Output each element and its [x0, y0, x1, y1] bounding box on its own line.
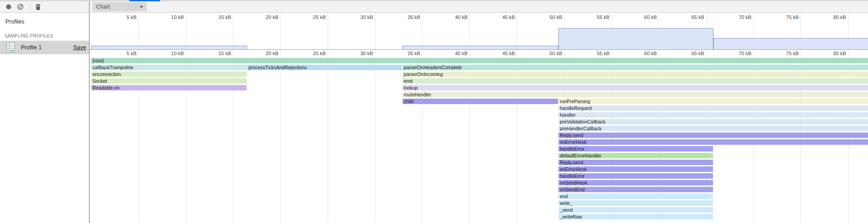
overview-baseline	[90, 49, 868, 50]
flame-tick-label: 75 kB	[767, 51, 799, 57]
flame-frame[interactable]: runPreParsing	[558, 99, 868, 104]
devtools-memory-panel: Chart Profiles SAMPLING PROFILES % Profi…	[0, 0, 868, 223]
flame-frame[interactable]: handler	[558, 112, 868, 118]
flame-gridline	[375, 50, 375, 223]
flame-frame[interactable]: Socket	[91, 78, 247, 84]
flame-tick-label: 20 kB	[247, 51, 278, 57]
overview-tick-label: 30 kB	[341, 14, 373, 20]
chevron-down-icon	[140, 6, 143, 8]
overview-tick-label: 50 kB	[531, 14, 563, 20]
flame-tick-label: 50 kB	[531, 51, 563, 57]
overview-tick-label: 5 kB	[105, 14, 136, 20]
flame-frame[interactable]: parserOnHeadersComplete	[402, 65, 868, 70]
memory-toolbar: Chart	[0, 1, 868, 13]
svg-text:%: %	[10, 49, 14, 53]
overview-gridline	[517, 13, 517, 50]
overview-tick-label: 45 kB	[483, 14, 515, 20]
sidebar-item-profile-1[interactable]: % Profile 1 Save	[0, 41, 89, 54]
flame-frame[interactable]: write_	[558, 200, 713, 206]
flame-frame[interactable]: _send	[558, 207, 713, 213]
flame-frame[interactable]: lookup	[402, 85, 868, 90]
overview-gridline	[470, 13, 470, 50]
profile-icon: %	[6, 43, 15, 52]
overview-gridline	[422, 13, 422, 50]
overview-tick-label: 35 kB	[388, 14, 420, 20]
flame-frame[interactable]: preHandlerCallback	[558, 126, 868, 131]
allocation-flame-chart: 5 kB5 kB10 kB10 kB15 kB15 kB20 kB20 kB25…	[90, 13, 868, 223]
view-mode-select[interactable]: Chart	[92, 2, 147, 11]
toolbar-separator	[30, 3, 30, 10]
overview-tick-label: 10 kB	[152, 14, 184, 20]
flame-tick-label: 10 kB	[152, 51, 184, 57]
sampling-profiles-section-label: SAMPLING PROFILES	[5, 33, 89, 38]
flame-tick-label: 35 kB	[388, 51, 420, 57]
sidebar-title: Profiles	[5, 19, 89, 25]
overview-gridline	[328, 13, 328, 50]
overview-gridline	[186, 13, 186, 50]
flame-tick-label: 60 kB	[625, 51, 657, 57]
flame-frame[interactable]: onErrorHook	[558, 166, 713, 172]
flame-frame[interactable]: processTicksAndRejections	[247, 65, 402, 70]
flame-tick-label: 65 kB	[673, 51, 704, 57]
overview-tick-label: 40 kB	[436, 14, 468, 20]
clear-icon	[17, 3, 24, 10]
flame-frame[interactable]: onconnection	[91, 71, 247, 77]
flame-frame[interactable]: parserOnIncoming	[402, 71, 868, 77]
overview-tick-label: 75 kB	[767, 14, 799, 20]
flame-frame[interactable]: defaultErrorHandler	[558, 153, 713, 158]
flame-frame[interactable]: callbackTrampoline	[91, 65, 247, 70]
flame-tick-label: 45 kB	[483, 51, 515, 57]
profile-save-link[interactable]: Save	[73, 44, 87, 51]
overview-tick-label: 80 kB	[815, 14, 846, 20]
flame-frame[interactable]: routeHandler	[402, 92, 868, 97]
overview-tick-label: 70 kB	[720, 14, 752, 20]
profiles-sidebar: Profiles SAMPLING PROFILES % Profile 1 S…	[0, 13, 89, 223]
profile-name: Profile 1	[21, 44, 42, 51]
overview-tick-label: 55 kB	[578, 14, 610, 20]
record-button[interactable]	[3, 2, 15, 12]
flame-frame[interactable]: child	[402, 99, 558, 104]
flame-frame[interactable]: (root)	[91, 58, 868, 63]
overview-tick-label: 15 kB	[199, 14, 231, 20]
flame-frame[interactable]: handleError	[558, 146, 713, 152]
overview-gridline	[375, 13, 375, 50]
trash-icon	[35, 4, 41, 10]
flame-frame[interactable]: Readable.on	[91, 85, 247, 90]
view-mode-value: Chart	[96, 4, 140, 10]
overview-step	[713, 38, 868, 50]
flame-tick-label: 15 kB	[199, 51, 231, 57]
overview-gridline	[233, 13, 233, 50]
clear-all-button[interactable]	[15, 2, 26, 12]
flame-frame[interactable]: preValidationCallback	[558, 119, 868, 124]
flame-gridline	[280, 50, 281, 223]
flame-frame[interactable]: onSendHook	[558, 180, 713, 185]
delete-profile-button[interactable]	[32, 2, 44, 12]
overview-tick-label: 25 kB	[294, 14, 326, 20]
flame-tick-label: 70 kB	[720, 51, 752, 57]
flame-tick-label: 25 kB	[294, 51, 326, 57]
toolbar-left-group	[0, 2, 88, 12]
flame-tick-label: 55 kB	[578, 51, 610, 57]
flame-tick-label: 30 kB	[341, 51, 373, 57]
flame-frame[interactable]: onSendEnd	[558, 187, 713, 192]
flame-frame[interactable]: Reply.send	[558, 160, 713, 165]
overview-gridline	[280, 13, 281, 50]
flame-frame[interactable]: _writeRaw	[558, 214, 713, 219]
flame-frame[interactable]: onErrorHook	[558, 139, 868, 145]
flame-tick-label: 40 kB	[436, 51, 468, 57]
flame-gridline	[328, 50, 328, 223]
flame-tick-label: 80 kB	[815, 51, 846, 57]
flame-frame[interactable]: handleRequest	[558, 105, 868, 111]
overview-gridline	[138, 13, 139, 50]
overview-step	[558, 28, 713, 50]
overview-tick-label: 20 kB	[247, 14, 278, 20]
flame-frame[interactable]: Reply.send	[558, 133, 868, 138]
flame-frame[interactable]: end	[558, 194, 713, 199]
overview-tick-label: 65 kB	[673, 14, 704, 20]
flame-frame[interactable]: handleError	[558, 173, 713, 179]
overview-tick-label: 60 kB	[625, 14, 657, 20]
record-icon	[5, 4, 12, 10]
flame-tick-label: 5 kB	[105, 51, 136, 57]
flame-frame[interactable]: emit	[402, 78, 868, 84]
